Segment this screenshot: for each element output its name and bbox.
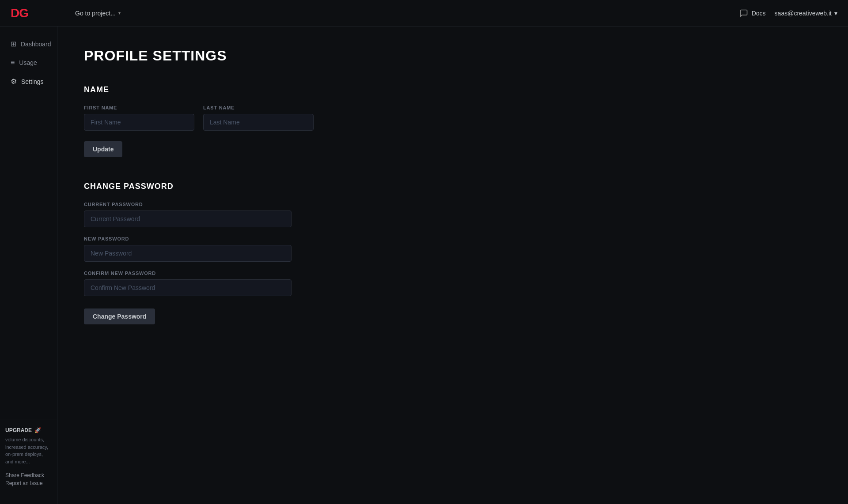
first-name-input[interactable] [84,114,194,131]
docs-label: Docs [752,10,766,17]
goto-project-button[interactable]: Go to project... ▾ [75,10,121,17]
user-email: saas@creativeweb.it [775,10,832,17]
share-feedback-link[interactable]: Share Feedback [5,472,52,478]
chat-bubble-icon [739,9,748,18]
update-button[interactable]: Update [84,141,122,157]
password-section-title: CHANGE PASSWORD [84,182,822,191]
page-title: PROFILE SETTINGS [84,48,822,64]
new-password-group: NEW PASSWORD [84,236,292,262]
main-content: PROFILE SETTINGS NAME FIRST NAME LAST NA… [57,26,848,504]
upgrade-title: UPGRADE 🚀 [5,427,52,433]
new-password-input[interactable] [84,245,292,262]
sidebar-item-label: Dashboard [21,41,51,48]
rocket-icon: 🚀 [34,427,41,433]
topbar: DG Go to project... ▾ Docs saas@creative… [0,0,848,26]
confirm-password-input[interactable] [84,279,292,296]
last-name-group: LAST NAME [203,105,314,131]
upgrade-label: UPGRADE [5,427,32,433]
sidebar-bottom: UPGRADE 🚀 volume discounts, increased ac… [0,420,57,495]
confirm-password-group: CONFIRM NEW PASSWORD [84,271,292,296]
sidebar-item-label: Usage [19,59,37,66]
new-password-label: NEW PASSWORD [84,236,292,241]
sidebar-item-dashboard[interactable]: ⊞ Dashboard [5,35,52,53]
first-name-group: FIRST NAME [84,105,194,131]
dashboard-icon: ⊞ [11,40,16,48]
sidebar-item-usage[interactable]: ≡ Usage [5,54,52,71]
name-section-title: NAME [84,85,822,94]
password-section: CHANGE PASSWORD CURRENT PASSWORD NEW PAS… [84,182,822,324]
first-name-label: FIRST NAME [84,105,194,110]
report-issue-link[interactable]: Report an Issue [5,480,52,486]
current-password-group: CURRENT PASSWORD [84,202,292,227]
current-password-label: CURRENT PASSWORD [84,202,292,207]
logo: DG [11,6,28,20]
goto-project-label: Go to project... [75,10,116,17]
logo-area: DG [11,6,68,20]
topbar-right: Docs saas@creativeweb.it ▾ [739,9,837,18]
name-form-row: FIRST NAME LAST NAME [84,105,822,131]
sidebar-item-settings[interactable]: ⚙ Settings [5,73,52,90]
change-password-button[interactable]: Change Password [84,308,155,324]
last-name-label: LAST NAME [203,105,314,110]
topbar-center: Go to project... ▾ [68,10,739,17]
user-menu[interactable]: saas@creativeweb.it ▾ [775,10,837,17]
name-section: NAME FIRST NAME LAST NAME Update [84,85,822,157]
sidebar-nav: ⊞ Dashboard ≡ Usage ⚙ Settings [0,35,57,420]
sidebar: ⊞ Dashboard ≡ Usage ⚙ Settings UPGRADE 🚀… [0,26,57,504]
usage-icon: ≡ [11,59,15,67]
confirm-password-label: CONFIRM NEW PASSWORD [84,271,292,276]
sidebar-item-label: Settings [21,78,44,85]
upgrade-section: UPGRADE 🚀 volume discounts, increased ac… [5,427,52,465]
settings-icon: ⚙ [11,77,17,86]
last-name-input[interactable] [203,114,314,131]
chevron-down-icon: ▾ [834,10,837,17]
current-password-input[interactable] [84,211,292,227]
chevron-down-icon: ▾ [118,11,121,15]
docs-link[interactable]: Docs [739,9,766,18]
upgrade-description: volume discounts, increased accuracy, on… [5,436,52,465]
